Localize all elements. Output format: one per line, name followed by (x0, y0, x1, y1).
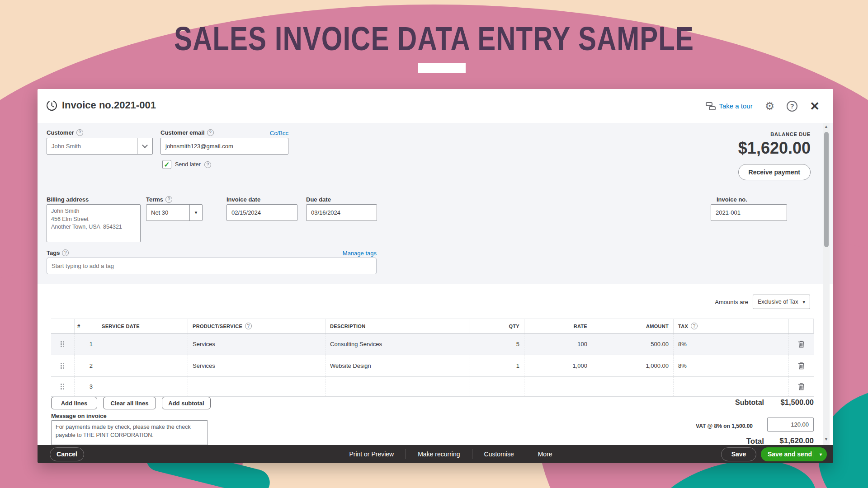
col-header-service-date: SERVICE DATE (97, 319, 188, 333)
scroll-down-icon[interactable]: ▼ (823, 437, 830, 441)
customer-email-field[interactable] (160, 138, 288, 155)
add-subtotal-button[interactable]: Add subtotal (162, 397, 211, 409)
tags-label: Tags? (47, 249, 69, 256)
qty-cell[interactable]: 5 (470, 333, 524, 355)
save-and-send-label: Save and send (768, 450, 812, 458)
line-items-table: # SERVICE DATE PRODUCT/SERVICE? DESCRIPT… (51, 319, 814, 397)
service-date-cell[interactable] (97, 377, 188, 396)
invoice-title: Invoice no.2021-001 (62, 99, 156, 111)
amount-cell[interactable]: 500.00 (592, 333, 674, 355)
service-date-cell[interactable] (97, 333, 188, 355)
customise-button[interactable]: Customise (472, 450, 526, 458)
col-header-description: DESCRIPTION (326, 319, 470, 333)
message-field[interactable]: For payments made by check, please make … (51, 420, 208, 445)
manage-tags-link[interactable]: Manage tags (291, 250, 377, 257)
clear-all-lines-button[interactable]: Clear all lines (103, 397, 156, 409)
terms-select[interactable]: Net 30 ▾ (146, 204, 203, 221)
service-date-cell[interactable] (97, 355, 188, 376)
make-recurring-button[interactable]: Make recurring (406, 450, 472, 458)
footer-bar: Cancel Print or Preview Make recurring C… (38, 445, 833, 463)
close-icon[interactable]: ✕ (810, 100, 820, 112)
amounts-caret-down-icon: ▾ (802, 299, 805, 305)
tags-help-icon[interactable]: ? (62, 249, 69, 256)
customer-email-label: Customer email? (160, 129, 214, 136)
product-cell[interactable] (188, 377, 326, 396)
scroll-up-icon[interactable]: ▲ (823, 124, 830, 129)
terms-caret-down-icon[interactable]: ▾ (189, 205, 202, 221)
product-help-icon[interactable]: ? (245, 323, 252, 329)
save-send-divider (813, 450, 813, 459)
balance-due-amount: $1,620.00 (738, 139, 811, 158)
product-cell[interactable]: Services (188, 333, 326, 355)
tax-cell[interactable]: 8% (674, 355, 789, 376)
take-a-tour-label: Take a tour (719, 102, 752, 110)
amount-cell[interactable] (592, 377, 674, 396)
customer-value: John Smith (47, 143, 137, 150)
tags-input[interactable] (47, 258, 377, 274)
tax-cell[interactable]: 8% (674, 333, 789, 355)
receive-payment-button[interactable]: Receive payment (738, 164, 811, 180)
tour-icon (706, 101, 716, 111)
qty-cell[interactable] (470, 377, 524, 396)
total-value: $1,620.00 (743, 436, 814, 446)
more-button[interactable]: More (526, 450, 564, 458)
description-cell[interactable]: Consulting Services (326, 333, 470, 355)
cc-bcc-link[interactable]: Cc/Bcc (243, 130, 288, 136)
drag-handle-icon[interactable] (51, 355, 75, 376)
page-title: SALES INVOICE DATA ENTRY SAMPLE (0, 20, 868, 58)
invoice-window: Invoice no.2021-001 Take a tour ⚙ ? ✕ Cu… (38, 89, 833, 463)
col-header-product: PRODUCT/SERVICE? (188, 319, 326, 333)
invoice-date-field[interactable] (226, 204, 297, 221)
customer-select[interactable]: John Smith (47, 138, 153, 155)
customer-label: Customer? (47, 129, 83, 136)
product-cell[interactable]: Services (188, 355, 326, 376)
qty-cell[interactable]: 1 (470, 355, 524, 376)
subtotal-value: $1,500.00 (747, 398, 814, 407)
amount-cell[interactable]: 1,000.00 (592, 355, 674, 376)
customer-chevron-down-icon[interactable] (137, 138, 152, 154)
add-lines-button[interactable]: Add lines (51, 397, 97, 409)
email-help-icon[interactable]: ? (207, 129, 214, 136)
terms-help-icon[interactable]: ? (165, 196, 172, 203)
billing-address-field[interactable]: John Smith 456 Elm Street Another Town, … (47, 204, 141, 242)
tax-help-icon[interactable]: ? (691, 323, 698, 329)
trash-icon[interactable] (798, 362, 805, 370)
amounts-are-select[interactable]: Exclusive of Tax ▾ (753, 295, 810, 309)
balance-due-label: BALANCE DUE (738, 131, 811, 137)
col-header-qty: QTY (470, 319, 524, 333)
trash-icon[interactable] (798, 340, 805, 348)
rate-cell[interactable]: 100 (524, 333, 592, 355)
amounts-are-value: Exclusive of Tax (758, 299, 798, 305)
due-date-field[interactable] (306, 204, 377, 221)
history-clock-icon (46, 99, 58, 112)
save-button[interactable]: Save (721, 447, 756, 461)
save-send-caret-down-icon[interactable]: ▾ (820, 452, 822, 457)
terms-value: Net 30 (146, 209, 189, 216)
rate-cell[interactable] (524, 377, 592, 396)
save-and-send-button[interactable]: Save and send ▾ (761, 447, 827, 461)
balance-block: BALANCE DUE $1,620.00 Receive payment (738, 131, 811, 180)
send-later-checkbox[interactable]: ✓ (162, 160, 171, 169)
invoice-no-label: Invoice no. (717, 196, 747, 203)
trash-icon[interactable] (798, 383, 805, 390)
drag-handle-icon[interactable] (51, 333, 75, 355)
gear-icon[interactable]: ⚙ (765, 101, 775, 112)
send-later-label: Send later (175, 161, 201, 168)
description-cell[interactable]: Website Design (326, 355, 470, 376)
terms-label: Terms? (146, 196, 172, 203)
rate-cell[interactable]: 1,000 (524, 355, 592, 376)
customer-help-icon[interactable]: ? (76, 129, 83, 136)
scrollbar-thumb[interactable] (824, 132, 829, 247)
print-or-preview-button[interactable]: Print or Preview (337, 450, 406, 458)
help-icon[interactable]: ? (787, 101, 797, 112)
send-later-help-icon[interactable]: ? (204, 161, 211, 168)
tax-cell[interactable] (674, 377, 789, 396)
invoice-date-label: Invoice date (226, 196, 260, 203)
invoice-no-field[interactable] (711, 204, 787, 221)
vat-amount-field[interactable] (767, 418, 814, 432)
table-row: 2 Services Website Design 1 1,000 1,000.… (51, 355, 814, 377)
col-header-tax: TAX? (674, 319, 789, 333)
description-cell[interactable] (326, 377, 470, 396)
drag-handle-icon[interactable] (51, 377, 75, 396)
take-a-tour-button[interactable]: Take a tour (706, 101, 752, 111)
